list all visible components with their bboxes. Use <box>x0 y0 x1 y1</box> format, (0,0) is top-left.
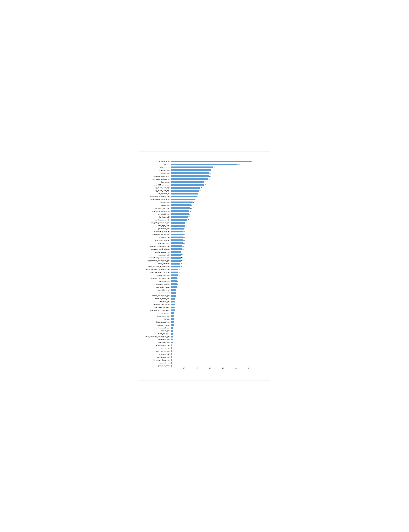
bar-row: decoration_type_NA9 <box>171 283 261 285</box>
bar-row: kindergarten_num <box>171 341 261 344</box>
bar-row: cbd_distance_km121 <box>171 160 261 163</box>
bar-row: hotel_num_grid26 <box>171 216 261 218</box>
bar-row: banks_num_grid <box>171 300 261 303</box>
bar-value: 18 <box>183 237 185 238</box>
bar-label: house_status_renting <box>140 286 170 288</box>
bar-value: 43 <box>199 190 201 192</box>
bar-fill <box>171 298 175 300</box>
bar-row: house_status_living <box>171 289 261 291</box>
bar-row: supermarket_num <box>171 338 261 341</box>
bar-fill <box>171 304 175 305</box>
bar-label: log_house_price_lag3 <box>140 187 170 189</box>
bar-fill <box>171 164 238 165</box>
bar-fill <box>171 272 178 273</box>
bar-track: 15 <box>171 254 256 256</box>
bar-row: restuarant_sum_grid_times1k <box>171 309 261 312</box>
bar-row: floor_approx51 <box>171 181 261 183</box>
bar-fill <box>171 266 180 267</box>
bar-value: 15 <box>181 260 183 261</box>
bar-fill <box>171 292 176 294</box>
bar-fill <box>171 181 204 183</box>
bar-value: 9 <box>177 283 178 285</box>
bar-fill <box>171 213 189 215</box>
bar-track <box>171 295 256 297</box>
bar-fill <box>171 175 209 177</box>
bar-track <box>171 356 256 358</box>
bar-fill <box>171 333 173 335</box>
bar-track: 43 <box>171 190 256 192</box>
bar-row: house_status_NA <box>171 332 261 335</box>
bar-label: livingroom_num <box>140 170 170 171</box>
bar-label: cigeratte_tea_alcohol_num <box>140 234 170 235</box>
bar-value: 11 <box>178 272 180 273</box>
bar-fill <box>171 336 173 338</box>
bar-row: log_house_price_lag229 <box>171 207 261 210</box>
bar-fill <box>171 242 183 244</box>
bar-fill <box>171 245 182 247</box>
bar-fill <box>171 178 208 180</box>
bar-value: 40 <box>197 196 199 197</box>
bar-track <box>171 298 256 300</box>
bar-label: company_num <box>140 205 170 206</box>
bar-row: ration_of_0_1465 <box>171 166 261 169</box>
bar-row: room_orientation_S_notincluded14 <box>171 265 261 268</box>
bar-value: 19 <box>184 231 185 232</box>
bar-label: house_status_inprogress <box>140 307 170 308</box>
bar-track <box>171 315 256 317</box>
bar-row: movietheatre_num <box>171 356 261 358</box>
bar-value: 26 <box>188 216 190 218</box>
bar-track: 51 <box>171 184 256 186</box>
bar-row: bar_homeparty_related_num_grid15 <box>171 259 261 262</box>
bar-row: gas_station_num_grid <box>171 344 261 347</box>
bar-fill <box>171 166 214 168</box>
bar-label: park_distance_km <box>140 193 170 194</box>
bar-label: scene_num_grid <box>140 353 170 355</box>
bar-fill <box>171 260 181 262</box>
bar-row: house_keeping_num <box>171 350 261 353</box>
bar-row: express_num_grid <box>171 292 261 294</box>
bar-value: 58 <box>209 175 211 177</box>
bar-row: log_WP102 <box>171 163 261 166</box>
bar-value: 65 <box>214 167 215 168</box>
bar-track: 36 <box>171 199 256 200</box>
bar-fill <box>171 283 177 285</box>
bar-label: pharmacy_dianping_num_grid <box>140 245 170 247</box>
bar-row: physiorelated_places_num_grid15 <box>171 257 261 259</box>
bar-label: heat_supply_center <box>140 324 170 326</box>
bar-track: 121 <box>171 161 256 162</box>
bar-value: 36 <box>195 199 196 200</box>
bar-track: 33 <box>171 202 256 203</box>
bar-label: clotheswash_places_num <box>140 359 170 361</box>
bar-label: xiaoqu_totaldoors <box>140 263 170 265</box>
bar-track: 59 <box>171 172 256 174</box>
x-tick: 120 <box>248 367 251 369</box>
bar-label: all_sports_places_num_grid <box>140 222 170 224</box>
bar-label: hotel_num_grid <box>140 216 170 218</box>
bar-fill <box>171 269 178 270</box>
bar-row: gaming_websurfing_related_num_grid <box>171 335 261 338</box>
bar-fill <box>171 362 172 364</box>
bar-row: lease_type_share22 <box>171 224 261 227</box>
bar-label: supermarket_distance_km <box>140 211 170 212</box>
bar-label: parking_num_grid <box>140 254 170 256</box>
bar-value: 14 <box>180 266 182 267</box>
bar-value: 18 <box>183 234 185 235</box>
bar-track <box>171 307 256 308</box>
bar-label: medical_service_num <box>140 251 170 253</box>
bar-value: 59 <box>210 173 211 174</box>
bar-value: 121 <box>250 161 252 162</box>
bar-track: 57 <box>171 178 256 180</box>
bar-label: chesscards_related_num_grid <box>140 277 170 279</box>
bar-label: lenses_related_num <box>140 321 170 323</box>
bar-fill <box>171 196 197 197</box>
bar-track: 14 <box>171 266 256 267</box>
bar-label: house_status_avaiable <box>140 239 170 241</box>
bar-row: inner_finish_green_rate25 <box>171 219 261 221</box>
bar-row: primschool_num <box>171 362 261 364</box>
x-tick: 0 <box>171 367 171 369</box>
bar-label: heat_supply_NA <box>140 280 170 282</box>
bar-label: ration_of_0_14 <box>140 167 170 168</box>
bar-value: 22 <box>186 222 187 224</box>
bar-fill <box>171 312 174 314</box>
bar-fill <box>171 184 204 186</box>
